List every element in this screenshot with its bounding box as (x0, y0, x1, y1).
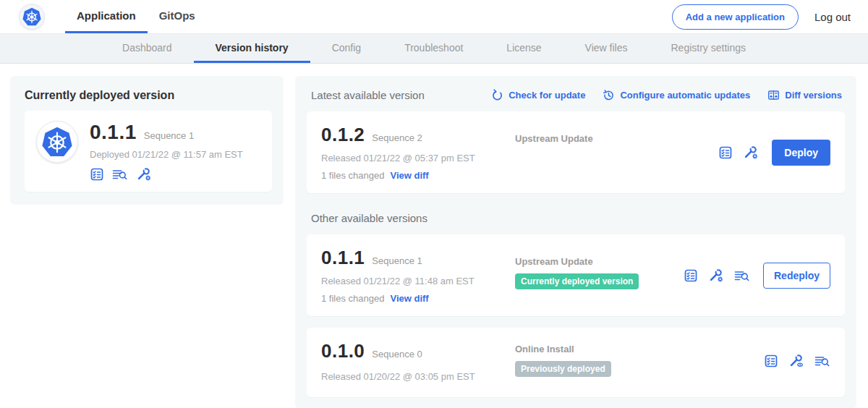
diff-columns-icon (767, 89, 780, 101)
available-versions-panel: Latest available version Check for updat… (295, 76, 856, 408)
sequence-label: Sequence 0 (372, 349, 422, 360)
deploy-button[interactable]: Deploy (772, 140, 830, 166)
files-changed-label: 1 files changed (321, 170, 384, 181)
version-number: 0.1.1 (321, 247, 365, 269)
file-search-icon[interactable] (814, 354, 830, 368)
source-label: Online Install (515, 344, 764, 354)
subnav-item-license[interactable]: License (485, 34, 563, 63)
wrench-gear-icon[interactable] (742, 145, 759, 160)
file-search-icon[interactable] (111, 167, 128, 182)
top-nav-right: Add a new application Log out (672, 0, 851, 33)
redeploy-button[interactable]: Redeploy (763, 263, 830, 289)
check-for-update-label: Check for update (509, 90, 585, 101)
tab-gitops[interactable]: GitOps (148, 0, 207, 33)
file-search-icon[interactable] (733, 268, 750, 283)
deployed-sequence-label: Sequence 1 (144, 130, 194, 141)
app-logo-icon (36, 121, 78, 163)
version-source: Upstream Update Currently deployed versi… (515, 247, 684, 289)
logout-button[interactable]: Log out (814, 11, 851, 23)
app-subnav: Dashboard Version history Config Trouble… (0, 34, 868, 64)
version-card-0-1-0: 0.1.0 Sequence 0 Released 01/20/22 @ 03:… (307, 328, 845, 397)
wrench-gear-icon[interactable] (135, 167, 152, 182)
refresh-icon (491, 89, 503, 101)
previously-deployed-badge: Previously deployed (515, 361, 611, 377)
version-card-0-1-1: 0.1.1 Sequence 1 Released 01/21/22 @ 11:… (307, 234, 845, 316)
source-label: Upstream Update (515, 256, 684, 267)
subnav-item-version-history[interactable]: Version history (194, 34, 310, 63)
currently-deployed-panel: Currently deployed version 0.1.1 Sequenc… (10, 76, 284, 205)
version-actions: Deploy (718, 140, 830, 166)
latest-version-header-row: Latest available version Check for updat… (311, 89, 842, 101)
wrench-gear-icon[interactable] (707, 268, 724, 283)
check-for-update-link[interactable]: Check for update (491, 89, 585, 101)
files-changed-label: 1 files changed (321, 293, 384, 304)
diff-versions-label: Diff versions (785, 90, 842, 101)
main-content: Currently deployed version 0.1.1 Sequenc… (0, 64, 868, 408)
add-application-button[interactable]: Add a new application (672, 4, 799, 30)
top-nav: Application GitOps Add a new application… (0, 0, 868, 34)
subnav-item-config[interactable]: Config (310, 34, 383, 63)
released-timestamp: Released 01/21/22 @ 11:48 am EST (321, 276, 515, 286)
version-number: 0.1.0 (321, 340, 365, 362)
release-notes-checklist-icon[interactable] (684, 268, 698, 283)
top-nav-tabs: Application GitOps (65, 0, 207, 33)
version-info: 0.1.2 Sequence 2 Released 01/21/22 @ 05:… (321, 124, 515, 181)
version-info: 0.1.1 Sequence 1 Released 01/21/22 @ 11:… (321, 247, 515, 304)
released-timestamp: Released 01/20/22 @ 03:05 pm EST (321, 371, 515, 382)
source-label: Upstream Update (515, 133, 718, 144)
kubernetes-logo-icon (19, 4, 45, 30)
tab-application[interactable]: Application (65, 0, 148, 33)
view-diff-link[interactable]: View diff (390, 293, 428, 304)
version-card-0-1-2: 0.1.2 Sequence 2 Released 01/21/22 @ 05:… (307, 111, 845, 193)
wrench-eye-icon[interactable] (788, 354, 804, 368)
diff-versions-link[interactable]: Diff versions (767, 89, 842, 101)
deployed-version-card: 0.1.1 Sequence 1 Deployed 01/21/22 @ 11:… (25, 111, 272, 192)
view-diff-link[interactable]: View diff (390, 170, 428, 181)
other-versions-title: Other available versions (311, 212, 842, 224)
version-source: Upstream Update (515, 124, 718, 144)
clock-refresh-icon (603, 89, 615, 101)
subnav-item-troubleshoot[interactable]: Troubleshoot (383, 34, 485, 63)
sequence-label: Sequence 1 (372, 255, 422, 266)
subnav-item-dashboard[interactable]: Dashboard (101, 34, 194, 63)
version-actions (764, 354, 830, 368)
deployed-version-number: 0.1.1 (90, 121, 137, 144)
release-notes-checklist-icon[interactable] (90, 167, 104, 182)
sequence-label: Sequence 2 (372, 132, 422, 143)
configure-automatic-updates-link[interactable]: Configure automatic updates (603, 89, 750, 101)
subnav-item-view-files[interactable]: View files (563, 34, 650, 63)
latest-version-title: Latest available version (311, 89, 425, 101)
version-actions: Redeploy (684, 263, 830, 289)
deployed-action-icons (90, 167, 243, 182)
currently-deployed-title: Currently deployed version (25, 89, 272, 102)
version-number: 0.1.2 (321, 124, 365, 146)
release-notes-checklist-icon[interactable] (764, 354, 778, 368)
release-notes-checklist-icon[interactable] (718, 145, 733, 160)
update-actions: Check for update Configure automatic upd… (491, 89, 842, 101)
released-timestamp: Released 01/21/22 @ 05:37 pm EST (321, 153, 515, 163)
configure-automatic-updates-label: Configure automatic updates (620, 90, 750, 101)
subnav-item-registry-settings[interactable]: Registry settings (650, 34, 767, 63)
deployed-timestamp: Deployed 01/21/22 @ 11:57 am EST (90, 149, 243, 160)
deployed-version-info: 0.1.1 Sequence 1 Deployed 01/21/22 @ 11:… (90, 121, 243, 182)
currently-deployed-badge: Currently deployed version (515, 273, 639, 289)
version-info: 0.1.0 Sequence 0 Released 01/20/22 @ 03:… (321, 340, 515, 382)
version-source: Online Install Previously deployed (515, 340, 764, 377)
